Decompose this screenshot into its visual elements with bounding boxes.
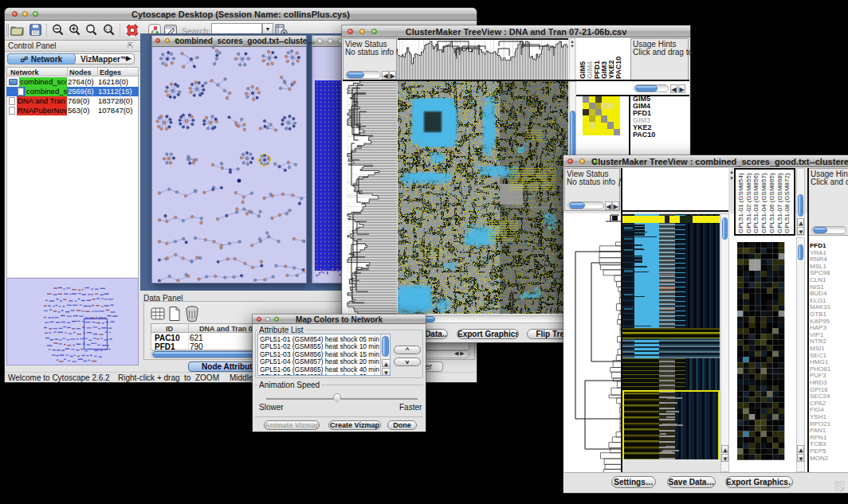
svg-text:1:1: 1:1: [105, 26, 111, 31]
